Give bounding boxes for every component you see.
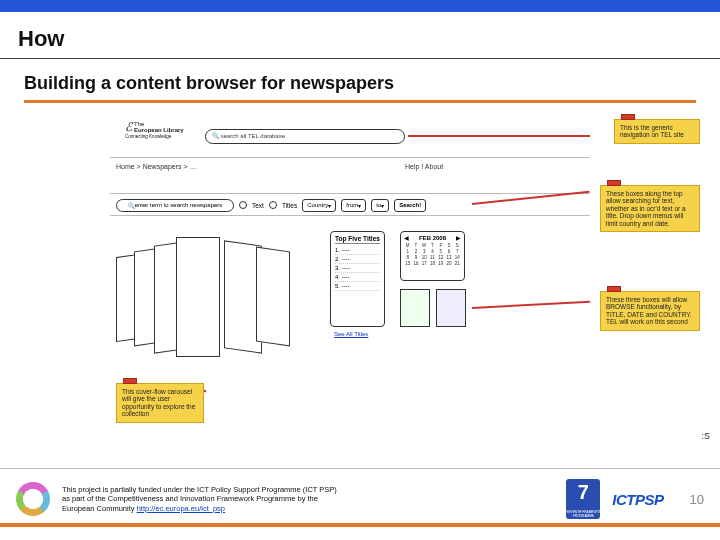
page-number: 10 (690, 492, 704, 507)
footer-accent-bar (0, 523, 720, 527)
note-tab-icon (607, 286, 621, 292)
tel-global-search[interactable]: 🔍 search all TEL database (205, 129, 405, 144)
fp7-logo-icon (566, 479, 600, 519)
search-button[interactable]: Search! (394, 199, 426, 212)
cropped-text-fragment: :S (701, 431, 710, 441)
leader-line (472, 301, 590, 309)
europeana-logo-icon (16, 482, 50, 516)
calendar-month-label: FEB 2008 (419, 235, 446, 241)
radio-text[interactable] (239, 201, 247, 209)
page-subtitle: Building a content browser for newspaper… (24, 73, 696, 94)
from-select[interactable]: from ▾ (341, 199, 366, 212)
ict-psp-link[interactable]: http://ec.europa.eu/ict_psp (137, 504, 225, 513)
radio-titles[interactable] (269, 201, 277, 209)
see-all-titles-link[interactable]: See All Titles (334, 331, 368, 337)
radio-text-label: Text (252, 202, 264, 209)
top-five-heading: Top Five Titles (335, 235, 380, 244)
note-tab-icon (123, 378, 137, 384)
list-item[interactable]: 2. ---- (335, 255, 380, 264)
country-select[interactable]: Country ▾ (302, 199, 336, 212)
slide-footer: This project is partially funded under t… (0, 468, 720, 540)
calendar-widget[interactable]: ◀FEB 2008▶ MTWTFSS 1234567 891011121314 … (400, 231, 465, 281)
page-title: How (18, 26, 702, 52)
annotation-nav: This is the generic navigation on TEL si… (614, 119, 700, 144)
list-item[interactable]: 5. ---- (335, 282, 380, 291)
top-accent-bar (0, 0, 720, 12)
coverflow-carousel[interactable] (116, 235, 306, 365)
calendar-grid: MTWTFSS 1234567 891011121314 15161718192… (404, 243, 461, 266)
list-item[interactable]: 4. ---- (335, 273, 380, 282)
top-five-list: 1. ---- 2. ---- 3. ---- 4. ---- 5. ---- (335, 246, 380, 291)
annotation-carousel: This cover-flow carousel will give the u… (116, 383, 204, 423)
ict-psp-wordmark: ICTPSP (612, 491, 663, 508)
radio-titles-label: Titles (282, 202, 297, 209)
annotation-browse: These three boxes will allow BROWSE func… (600, 291, 700, 331)
country-thumbnail[interactable] (436, 289, 466, 327)
note-tab-icon (607, 180, 621, 186)
note-tab-icon (621, 114, 635, 120)
wireframe-canvas: ℰ The European Library Connecting Knowle… (10, 115, 710, 445)
next-month-icon[interactable]: ▶ (456, 234, 461, 241)
top-five-box[interactable]: Top Five Titles 1. ---- 2. ---- 3. ---- … (330, 231, 385, 327)
leader-line (408, 135, 590, 137)
european-library-logo: ℰ The European Library Connecting Knowle… (125, 121, 190, 147)
divider (110, 193, 590, 194)
subtitle-rule (24, 100, 696, 103)
cover-page (256, 247, 290, 347)
newspaper-search-input[interactable]: 🔍 enter term to search newspapers (116, 199, 234, 212)
divider (110, 157, 590, 158)
funding-statement: This project is partially funded under t… (62, 485, 337, 513)
prev-month-icon[interactable]: ◀ (404, 234, 409, 241)
cover-page-front (176, 237, 220, 357)
country-thumbnail[interactable] (400, 289, 430, 327)
annotation-search: These boxes along the top allow searchin… (600, 185, 700, 232)
divider (110, 215, 590, 216)
list-item[interactable]: 3. ---- (335, 264, 380, 273)
help-about-links[interactable]: Help ! About (405, 163, 443, 170)
list-item[interactable]: 1. ---- (335, 246, 380, 255)
breadcrumb[interactable]: Home > Newspapers > … (116, 163, 197, 170)
to-select[interactable]: to ▾ (371, 199, 389, 212)
